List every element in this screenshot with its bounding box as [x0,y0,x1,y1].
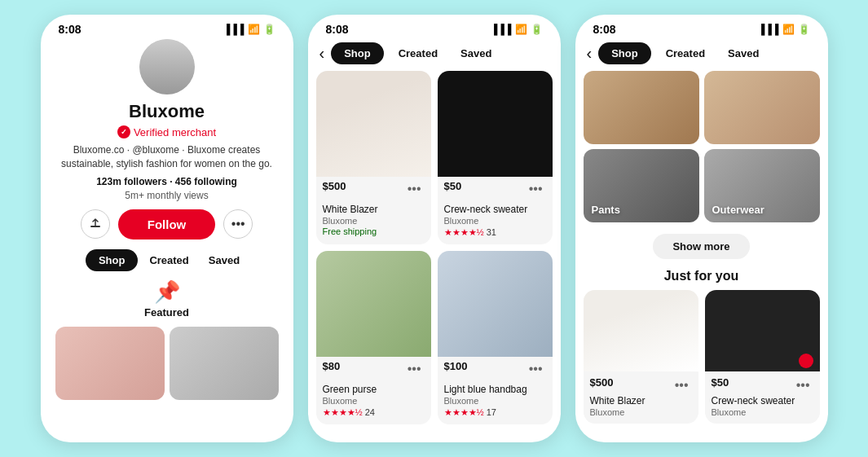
profile-stats: 123m followers · 456 following [96,176,237,187]
product-seller-3: Bluxome [323,396,425,406]
product-more-4[interactable]: ••• [526,360,546,378]
status-icons-3: ▐▐▐ 📶 🔋 [758,24,810,35]
product-name-1: White Blazer [323,204,425,215]
category-bg-shoes-tan [704,71,820,144]
upload-button[interactable] [81,209,110,239]
product-price-2: $50 [444,180,462,192]
product-price-4: $100 [444,360,468,372]
tab-created-2[interactable]: Created [390,42,446,64]
product-card-sweater[interactable]: $50 ••• Crew-neck sweater Bluxome ★★★★½ … [438,71,553,244]
battery-icon-2: 🔋 [531,24,543,35]
signal-icon: ▐▐▐ [223,24,245,35]
follow-button[interactable]: Follow [118,209,216,239]
battery-icon: 🔋 [263,24,275,35]
status-time-2: 8:08 [326,23,349,36]
category-grid: Pants Outerwear [575,71,828,231]
category-label-pants: Pants [592,204,620,216]
product-grid: $500 ••• White Blazer Bluxome Free shipp… [308,71,561,433]
product-name-2: Crew-neck sweater [444,204,546,215]
featured-image-2 [170,327,279,400]
product-image-handbag [438,251,553,357]
featured-label: Featured [144,306,189,319]
battery-icon-3: 🔋 [798,24,810,35]
tab-shop-2[interactable]: Shop [331,42,384,64]
jfy-name-sweater: Crew-neck sweater [712,395,813,406]
product-card-blazer[interactable]: $500 ••• White Blazer Bluxome Free shipp… [316,71,431,244]
product-rating-2: ★★★★½ 31 [444,227,546,238]
product-more-1[interactable]: ••• [404,180,425,198]
product-header-4: $100 ••• [438,357,553,378]
more-button[interactable]: ••• [223,209,253,239]
product-card-purse[interactable]: $80 ••• Green purse Bluxome ★★★★½ 24 [316,251,431,424]
profile-name: Bluxome [129,101,205,122]
product-image-blazer [316,71,431,177]
jfy-price-blazer: $500 [590,376,614,389]
category-bg-shoes-brown [584,71,699,144]
product-price-1: $500 [323,180,346,192]
jfy-more-blazer[interactable]: ••• [672,376,692,394]
tab-shop-3[interactable]: Shop [598,42,651,64]
show-more-button[interactable]: Show more [653,234,749,259]
jfy-card-blazer[interactable]: $500 ••• White Blazer Bluxome [584,290,698,424]
product-name-3: Green purse [323,384,425,395]
tab-saved-3[interactable]: Saved [720,42,767,64]
verified-icon: ✓ [117,125,130,138]
product-more-2[interactable]: ••• [526,180,546,198]
category-card-pants[interactable]: Pants [584,149,699,222]
status-time-1: 8:08 [59,23,82,36]
jfy-image-blazer [584,290,698,371]
jfy-price-sweater: $50 [712,376,729,389]
verified-row: ✓ Verified merchant [117,125,216,138]
phone2-product-grid: $500 ••• White Blazer Bluxome Free shipp… [308,71,561,442]
product-seller-4: Bluxome [444,396,546,406]
jfy-seller-sweater: Bluxome [712,407,813,417]
jfy-info-blazer: $500 ••• White Blazer Bluxome [584,371,698,424]
tab-created-3[interactable]: Created [658,42,713,64]
product-image-purse [316,251,431,357]
back-button-3[interactable]: ‹ [587,44,593,63]
product-more-3[interactable]: ••• [404,360,425,378]
product-rating-3: ★★★★½ 24 [323,407,425,418]
jfy-more-sweater[interactable]: ••• [793,376,813,394]
phone3-content: Pants Outerwear Show more Just for you [575,71,828,442]
wifi-icon-3: 📶 [782,24,795,35]
product-rating-4: ★★★★½ 17 [444,407,546,418]
pin-icon: 📌 [154,279,180,305]
back-button-2[interactable]: ‹ [319,44,325,63]
product-price-3: $80 [323,360,341,372]
jfy-card-sweater[interactable]: $50 ••• Crew-neck sweater Bluxome [705,290,820,424]
tab-shop[interactable]: Shop [86,249,139,271]
product-shipping-1: Free shipping [323,226,425,236]
tab-saved-2[interactable]: Saved [452,42,500,64]
tab-row-1: Shop Created Saved [86,249,248,271]
phone3-nav: ‹ Shop Created Saved [575,39,828,71]
signal-icon-2: ▐▐▐ [491,24,512,35]
product-name-4: Light blue handbag [444,384,546,395]
tab-created[interactable]: Created [141,249,196,271]
jfy-name-blazer: White Blazer [590,395,692,406]
verified-text: Verified merchant [134,126,216,138]
profile-bio: Bluxome.co · @bluxome · Bluxome creates … [55,143,279,171]
product-info-2: Crew-neck sweater Bluxome ★★★★½ 31 [438,198,553,244]
status-icons-2: ▐▐▐ 📶 🔋 [491,24,543,35]
category-card-outerwear[interactable]: Outerwear [704,149,820,222]
phone-shop: 8:08 ▐▐▐ 📶 🔋 ‹ Shop Created Saved $500 •… [308,15,561,442]
product-card-handbag[interactable]: $100 ••• Light blue handbag Bluxome ★★★★… [438,251,553,424]
product-header-1: $500 ••• [316,177,431,198]
status-bar-3: 8:08 ▐▐▐ 📶 🔋 [575,15,828,39]
product-info-1: White Blazer Bluxome Free shipping [316,198,431,243]
category-card-shoes-brown[interactable] [584,71,699,144]
phone-profile: 8:08 ▐▐▐ 📶 🔋 Bluxome ✓ Verified merchant… [41,15,293,442]
category-card-shoes-tan[interactable] [704,71,820,144]
phone2-nav: ‹ Shop Created Saved [308,39,561,71]
tab-saved[interactable]: Saved [200,249,248,271]
profile-actions: Follow ••• [55,209,279,239]
product-image-sweater [438,71,553,177]
product-info-3: Green purse Bluxome ★★★★½ 24 [316,378,431,424]
status-icons-1: ▐▐▐ 📶 🔋 [223,24,275,35]
featured-images [55,327,279,400]
status-bar-1: 8:08 ▐▐▐ 📶 🔋 [41,15,293,39]
phones-container: 8:08 ▐▐▐ 📶 🔋 Bluxome ✓ Verified merchant… [24,0,844,457]
featured-image-1 [55,327,165,400]
product-info-4: Light blue handbag Bluxome ★★★★½ 17 [438,378,553,424]
